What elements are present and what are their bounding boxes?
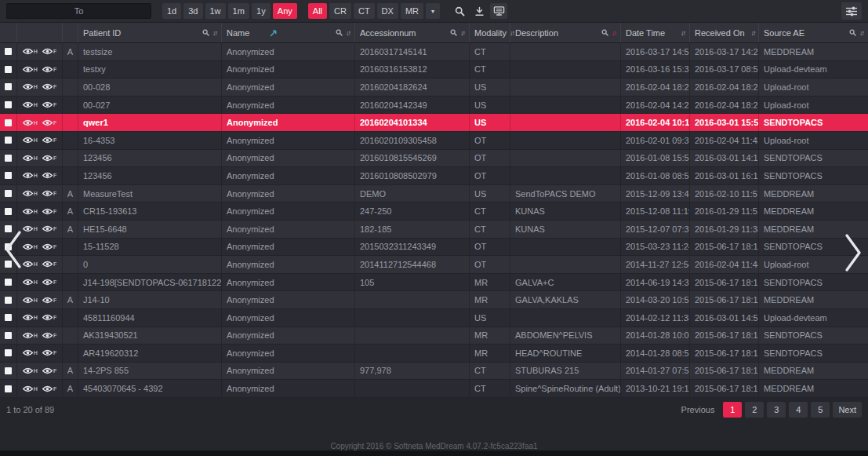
row-checkbox[interactable] xyxy=(5,101,12,108)
row-checkbox[interactable] xyxy=(5,297,12,304)
view-flash-button[interactable]: F xyxy=(42,367,56,374)
table-row[interactable]: H F 00-028 Anonymized 20160204182624 US … xyxy=(0,78,868,97)
table-row[interactable]: H F A 45403070645 - 4392 Anonymized CT S… xyxy=(0,380,868,398)
view-flash-button[interactable]: F xyxy=(42,297,56,304)
view-flash-button[interactable]: F xyxy=(42,208,56,215)
search-icon[interactable] xyxy=(202,29,209,36)
table-row[interactable]: H F A MeasureTest Anonymized DEMO US Sen… xyxy=(0,185,868,203)
view-flash-button[interactable]: F xyxy=(42,349,56,356)
table-row[interactable]: H F A 14-2PS 855 Anonymized 977,978 CT S… xyxy=(0,363,868,381)
view-flash-button[interactable]: F xyxy=(42,243,56,250)
view-html-button[interactable]: H xyxy=(23,261,38,268)
modality-button-mr[interactable]: MR xyxy=(401,3,423,19)
view-flash-button[interactable]: F xyxy=(42,155,56,162)
date-range-input[interactable] xyxy=(6,3,151,19)
table-row[interactable]: H F 00-027 Anonymized 20160204142349 US … xyxy=(0,97,868,115)
row-checkbox[interactable] xyxy=(5,208,12,215)
view-flash-button[interactable]: F xyxy=(42,83,56,90)
header-source-ae[interactable]: Source AE ↓↑ xyxy=(759,23,868,42)
modality-button-all[interactable]: All xyxy=(308,3,327,19)
view-flash-button[interactable]: F xyxy=(42,48,56,55)
table-row[interactable]: H F AK319430521 Anonymized MR ABDOMEN^PE… xyxy=(0,327,868,345)
table-row[interactable]: H F 0 Anonymized 2014112712544468 OT 201… xyxy=(0,256,868,274)
view-flash-button[interactable]: F xyxy=(42,261,56,268)
view-html-button[interactable]: H xyxy=(23,279,38,286)
sort-icon[interactable]: ↓↑ xyxy=(681,29,685,37)
page-button-4[interactable]: 4 xyxy=(789,402,808,418)
header-description[interactable]: Description ↓↑ xyxy=(510,23,621,42)
view-html-button[interactable]: H xyxy=(23,119,38,126)
view-html-button[interactable]: H xyxy=(23,208,38,215)
sort-icon[interactable]: ↓↑ xyxy=(751,29,755,37)
row-checkbox[interactable] xyxy=(5,137,12,144)
view-html-button[interactable]: H xyxy=(23,385,38,392)
table-row[interactable]: H F 16-4353 Anonymized 2016020109305458 … xyxy=(0,132,868,150)
header-name[interactable]: Name ↓↑ xyxy=(222,23,355,42)
table-row[interactable]: H F 123456 Anonymized 2016010808502979 O… xyxy=(0,167,868,185)
view-html-button[interactable]: H xyxy=(23,172,38,179)
view-html-button[interactable]: H xyxy=(23,66,38,73)
view-flash-button[interactable]: F xyxy=(42,225,56,232)
settings-button[interactable] xyxy=(841,2,862,20)
table-row[interactable]: H F J14-198[SENDTOPACS-0617181225] Anony… xyxy=(0,274,868,292)
page-button-1[interactable]: 1 xyxy=(723,402,742,418)
range-button-1m[interactable]: 1m xyxy=(228,3,249,19)
view-html-button[interactable]: H xyxy=(23,297,38,304)
header-date-time[interactable]: Date Time ↓↑ xyxy=(621,23,690,42)
row-checkbox[interactable] xyxy=(5,190,12,197)
page-button-3[interactable]: 3 xyxy=(767,402,786,418)
row-checkbox[interactable] xyxy=(5,119,12,126)
sort-icon-active[interactable]: ↓↑ xyxy=(612,29,616,37)
view-flash-button[interactable]: F xyxy=(42,385,56,392)
sort-icon[interactable]: ↓↑ xyxy=(212,29,216,37)
view-html-button[interactable]: H xyxy=(23,349,38,356)
view-html-button[interactable]: H xyxy=(23,155,38,162)
search-icon[interactable] xyxy=(450,29,457,36)
row-checkbox[interactable] xyxy=(5,314,12,321)
more-modalities-button[interactable]: ▾ xyxy=(426,3,440,19)
table-row[interactable]: H F A J14-10 Anonymized MR GALVA,KAKLAS … xyxy=(0,291,868,309)
view-html-button[interactable]: H xyxy=(23,332,38,339)
sort-icon[interactable]: ↓↑ xyxy=(460,29,464,37)
sort-icon[interactable]: ↓↑ xyxy=(346,29,350,37)
search-button[interactable] xyxy=(451,3,468,19)
page-button-5[interactable]: 5 xyxy=(811,402,830,418)
row-checkbox[interactable] xyxy=(5,385,12,392)
range-button-3d[interactable]: 3d xyxy=(183,3,202,19)
pin-icon[interactable] xyxy=(270,29,278,37)
header-accession[interactable]: Accessionnum ↓↑ xyxy=(355,23,470,42)
view-flash-button[interactable]: F xyxy=(42,137,56,144)
view-flash-button[interactable]: F xyxy=(42,190,56,197)
view-flash-button[interactable]: F xyxy=(42,101,56,108)
view-flash-button[interactable]: F xyxy=(42,66,56,73)
range-button-1y[interactable]: 1y xyxy=(252,3,271,19)
next-button[interactable]: Next xyxy=(833,402,862,418)
search-icon[interactable] xyxy=(849,29,856,36)
view-html-button[interactable]: H xyxy=(23,190,38,197)
search-icon[interactable] xyxy=(336,29,343,36)
row-checkbox[interactable] xyxy=(5,367,12,374)
previous-button[interactable]: Previous xyxy=(676,402,721,418)
table-row[interactable]: H F A CR15-193613 Anonymized 247-250 CT … xyxy=(0,202,868,221)
row-checkbox[interactable] xyxy=(5,332,12,339)
row-checkbox[interactable] xyxy=(5,155,12,162)
modality-button-dx[interactable]: DX xyxy=(377,3,398,19)
view-flash-button[interactable]: F xyxy=(42,279,56,286)
view-html-button[interactable]: H xyxy=(23,367,38,374)
search-icon[interactable] xyxy=(601,29,608,36)
sort-icon[interactable]: ↓↑ xyxy=(859,29,863,37)
modality-button-cr[interactable]: CR xyxy=(329,3,351,19)
range-button-1d[interactable]: 1d xyxy=(162,3,181,19)
header-modality[interactable]: Modality ↓↑ xyxy=(470,23,510,42)
row-checkbox[interactable] xyxy=(5,83,12,90)
row-checkbox[interactable] xyxy=(5,349,12,356)
table-row[interactable]: H F AR419620312 Anonymized MR HEAD^ROUTI… xyxy=(0,345,868,363)
row-checkbox[interactable] xyxy=(5,172,12,179)
range-button-1w[interactable]: 1w xyxy=(205,3,226,19)
row-checkbox[interactable] xyxy=(5,279,12,286)
page-button-2[interactable]: 2 xyxy=(745,402,764,418)
range-button-any[interactable]: Any xyxy=(273,3,297,19)
pacs-devices-button[interactable] xyxy=(490,3,507,19)
view-html-button[interactable]: H xyxy=(23,83,38,90)
header-patient-id[interactable]: Patient ID ↓↑ xyxy=(78,23,222,42)
